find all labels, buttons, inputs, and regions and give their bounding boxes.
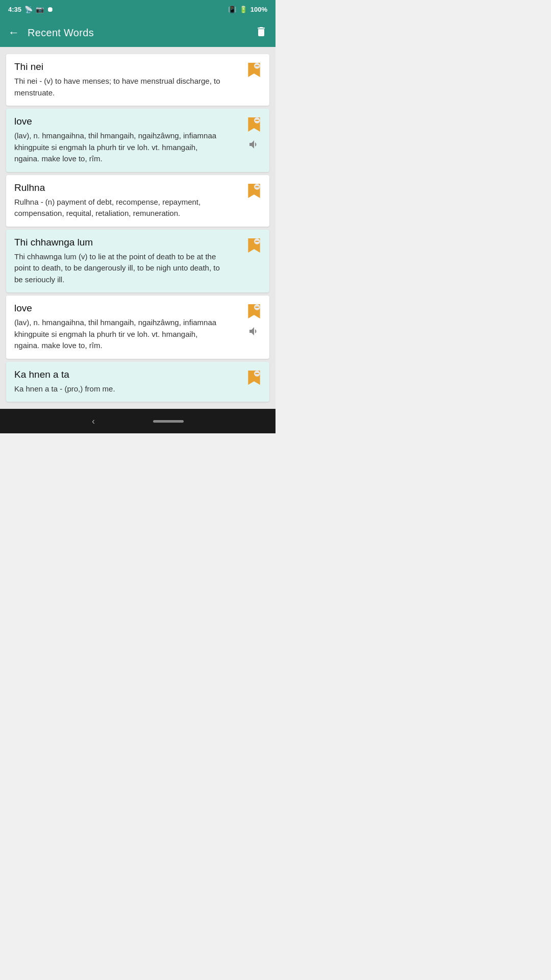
nav-back-button[interactable]: ‹ bbox=[92, 416, 95, 427]
card-header-thi-chhawnga-lum: Thi chhawnga lum Thi chhawnga lum (v) to… bbox=[14, 237, 261, 286]
battery-percent: 100% bbox=[251, 6, 267, 13]
card-header-rulhna: Rulhna Rulhna - (n) payment of debt, rec… bbox=[14, 182, 261, 219]
word-definition-love-1: (lav), n. hmangaihna, thil hmangaih, nga… bbox=[14, 130, 243, 165]
battery-icon: 🔋 bbox=[239, 6, 247, 13]
word-card-thi-nei[interactable]: Thi nei Thi nei - (v) to have menses; to… bbox=[6, 54, 269, 106]
bookmark-icon-rulhna[interactable] bbox=[247, 182, 261, 200]
word-card-rulhna[interactable]: Rulhna Rulhna - (n) payment of debt, rec… bbox=[6, 175, 269, 227]
time-display: 4:35 bbox=[8, 6, 21, 13]
word-card-ka-hnen-a-ta[interactable]: Ka hnen a ta Ka hnen a ta - (pro,) from … bbox=[6, 362, 269, 402]
card-icons-thi-nei bbox=[247, 61, 261, 79]
word-list: Thi nei Thi nei - (v) to have menses; to… bbox=[0, 47, 276, 409]
word-title-ka-hnen-a-ta: Ka hnen a ta bbox=[14, 369, 243, 380]
word-card-love-1[interactable]: love (lav), n. hmangaihna, thil hmangaih… bbox=[6, 109, 269, 172]
card-header-love-2: love (lav), n. hmangaihna, thil hmangaih… bbox=[14, 303, 261, 352]
bottom-nav: ‹ bbox=[0, 409, 276, 433]
svg-rect-7 bbox=[255, 240, 259, 241]
camera-icon: 📷 bbox=[36, 6, 44, 13]
page-title: Recent Words bbox=[28, 27, 255, 39]
back-button[interactable]: ← bbox=[8, 27, 19, 38]
bookmark-icon-thi-nei[interactable] bbox=[247, 61, 261, 79]
sound-button-love-2[interactable] bbox=[248, 325, 260, 339]
svg-rect-3 bbox=[255, 120, 259, 121]
app-bar: ← Recent Words bbox=[0, 18, 276, 47]
word-definition-rulhna: Rulhna - (n) payment of debt, recompense… bbox=[14, 197, 243, 219]
word-definition-thi-nei: Thi nei - (v) to have menses; to have me… bbox=[14, 76, 243, 99]
word-title-love-2: love bbox=[14, 303, 243, 314]
word-title-rulhna: Rulhna bbox=[14, 182, 243, 193]
card-icons-thi-chhawnga-lum bbox=[247, 237, 261, 254]
card-icons-love-2 bbox=[247, 303, 261, 339]
word-card-thi-chhawnga-lum[interactable]: Thi chhawnga lum Thi chhawnga lum (v) to… bbox=[6, 230, 269, 293]
status-bar: 4:35 📡 📷 ⏺ 📳 🔋 100% bbox=[0, 0, 276, 18]
vibrate-icon: 📳 bbox=[228, 6, 236, 13]
record-icon: ⏺ bbox=[47, 6, 54, 13]
bookmark-icon-love-2[interactable] bbox=[247, 303, 261, 320]
card-header-thi-nei: Thi nei Thi nei - (v) to have menses; to… bbox=[14, 61, 261, 99]
card-header-ka-hnen-a-ta: Ka hnen a ta Ka hnen a ta - (pro,) from … bbox=[14, 369, 261, 395]
word-title-love-1: love bbox=[14, 116, 243, 127]
card-icons-ka-hnen-a-ta bbox=[247, 369, 261, 386]
bookmark-icon-love-1[interactable] bbox=[247, 116, 261, 133]
svg-rect-9 bbox=[255, 307, 259, 308]
status-left: 4:35 📡 📷 ⏺ bbox=[8, 6, 54, 13]
home-pill[interactable] bbox=[153, 420, 184, 423]
svg-rect-11 bbox=[255, 373, 259, 374]
cast-icon: 📡 bbox=[24, 6, 33, 13]
card-icons-rulhna bbox=[247, 182, 261, 200]
bookmark-icon-thi-chhawnga-lum[interactable] bbox=[247, 237, 261, 254]
word-title-thi-chhawnga-lum: Thi chhawnga lum bbox=[14, 237, 243, 248]
bookmark-icon-ka-hnen-a-ta[interactable] bbox=[247, 369, 261, 386]
svg-rect-5 bbox=[255, 186, 259, 187]
sound-button-love-1[interactable] bbox=[248, 138, 260, 152]
delete-button[interactable] bbox=[255, 26, 267, 40]
card-header-love-1: love (lav), n. hmangaihna, thil hmangaih… bbox=[14, 116, 261, 165]
word-title-thi-nei: Thi nei bbox=[14, 61, 243, 72]
card-icons-love-1 bbox=[247, 116, 261, 152]
word-card-love-2[interactable]: love (lav), n. hmangaihna, thil hmangaih… bbox=[6, 296, 269, 359]
status-right: 📳 🔋 100% bbox=[228, 6, 267, 13]
word-definition-thi-chhawnga-lum: Thi chhawnga lum (v) to lie at the point… bbox=[14, 251, 243, 286]
word-definition-ka-hnen-a-ta: Ka hnen a ta - (pro,) from me. bbox=[14, 383, 243, 395]
svg-rect-1 bbox=[255, 65, 259, 66]
word-definition-love-2: (lav), n. hmangaihna, thil hmangaih, nga… bbox=[14, 317, 243, 352]
